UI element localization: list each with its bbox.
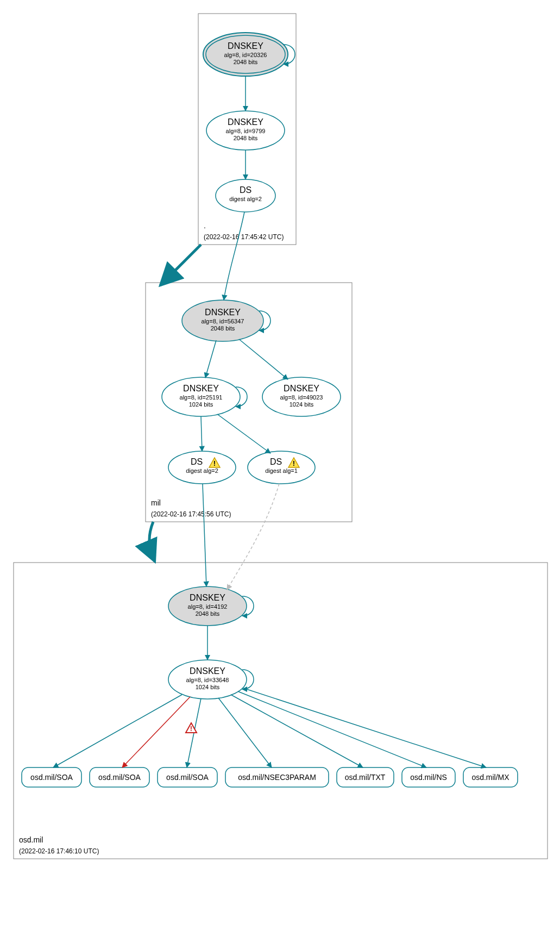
edge bbox=[217, 414, 270, 453]
zone-osd-timestamp: (2022-02-16 17:46:10 UTC) bbox=[19, 847, 99, 855]
node-sub1: alg=8, id=56347 bbox=[202, 318, 244, 324]
node-sub1: digest alg=1 bbox=[265, 467, 298, 474]
edge bbox=[203, 484, 206, 586]
record-label: osd.mil/SOA bbox=[166, 773, 209, 782]
record-label: osd.mil/NSEC3PARAM bbox=[238, 773, 316, 782]
edge-error bbox=[122, 697, 190, 767]
record-box[interactable]: osd.mil/SOA bbox=[22, 767, 81, 787]
node-sub1: digest alg=2 bbox=[229, 196, 262, 202]
edge-dashed bbox=[227, 484, 279, 590]
edge bbox=[243, 688, 486, 767]
edge bbox=[205, 340, 216, 378]
edge bbox=[218, 698, 272, 767]
edge bbox=[53, 695, 182, 767]
zone-osd bbox=[14, 563, 548, 859]
node-title: DNSKEY bbox=[183, 384, 219, 393]
node-dnskey-mil-56347[interactable]: DNSKEY alg=8, id=56347 2048 bits bbox=[182, 300, 263, 341]
node-title: DNSKEY bbox=[190, 593, 225, 602]
node-dnskey-mil-49023[interactable]: DNSKEY alg=8, id=49023 1024 bits bbox=[262, 377, 341, 416]
node-sub2: 2048 bits bbox=[196, 610, 220, 617]
node-sub1: alg=8, id=4192 bbox=[188, 603, 228, 610]
edge-delegation-root-mil bbox=[160, 245, 201, 285]
zone-root-timestamp: (2022-02-16 17:45:42 UTC) bbox=[204, 233, 284, 241]
dnssec-graph: . (2022-02-16 17:45:42 UTC) mil (2022-02… bbox=[11, 11, 549, 919]
node-title: DNSKEY bbox=[228, 41, 263, 51]
edge-ds-root-dnskey-mil bbox=[224, 212, 244, 300]
record-box[interactable]: osd.mil/SOA bbox=[90, 767, 149, 787]
svg-text:!: ! bbox=[213, 459, 216, 467]
node-sub1: alg=8, id=20326 bbox=[224, 52, 267, 58]
record-label: osd.mil/TXT bbox=[345, 773, 386, 782]
node-sub1: alg=8, id=25191 bbox=[180, 394, 223, 401]
node-dnskey-root-9799[interactable]: DNSKEY alg=8, id=9799 2048 bits bbox=[206, 111, 285, 150]
svg-text:!: ! bbox=[293, 459, 295, 467]
zone-root-label: . bbox=[204, 221, 206, 230]
record-label: osd.mil/SOA bbox=[98, 773, 141, 782]
node-sub2: 2048 bits bbox=[234, 135, 258, 141]
edge bbox=[201, 416, 202, 451]
record-box[interactable]: osd.mil/NSEC3PARAM bbox=[225, 767, 329, 787]
node-dnskey-osd-33648[interactable]: DNSKEY alg=8, id=33648 1024 bits bbox=[168, 660, 247, 699]
edge-delegation-mil-osd bbox=[149, 522, 155, 561]
node-title: DNSKEY bbox=[284, 384, 319, 393]
node-sub2: 2048 bits bbox=[211, 325, 235, 332]
zone-osd-label: osd.mil bbox=[19, 835, 43, 844]
node-ds-root[interactable]: DS digest alg=2 bbox=[216, 179, 275, 212]
record-box[interactable]: osd.mil/NS bbox=[402, 767, 455, 787]
node-sub1: digest alg=2 bbox=[186, 467, 218, 474]
node-sub2: 1024 bits bbox=[196, 684, 220, 690]
zone-mil-timestamp: (2022-02-16 17:45:56 UTC) bbox=[151, 510, 231, 518]
node-sub1: alg=8, id=49023 bbox=[280, 394, 323, 401]
node-dnskey-mil-25191[interactable]: DNSKEY alg=8, id=25191 1024 bits bbox=[162, 377, 240, 416]
record-label: osd.mil/NS bbox=[410, 773, 447, 782]
node-sub2: 2048 bits bbox=[234, 59, 258, 65]
node-title: DNSKEY bbox=[205, 308, 241, 317]
node-sub2: 1024 bits bbox=[290, 401, 314, 408]
node-sub2: 1024 bits bbox=[189, 401, 213, 408]
node-sub1: alg=8, id=33648 bbox=[186, 677, 229, 683]
record-label: osd.mil/MX bbox=[471, 773, 509, 782]
node-title: DNSKEY bbox=[228, 117, 263, 127]
node-title: DNSKEY bbox=[190, 666, 225, 676]
edge bbox=[239, 339, 288, 379]
record-box[interactable]: osd.mil/MX bbox=[463, 767, 518, 787]
node-title: DS bbox=[240, 185, 251, 195]
node-sub1: alg=8, id=9799 bbox=[226, 128, 266, 134]
edge bbox=[238, 691, 426, 767]
record-box[interactable]: osd.mil/SOA bbox=[158, 767, 217, 787]
node-ds-mil-1[interactable]: DS digest alg=1 ! bbox=[248, 451, 315, 484]
node-dnskey-root-20326[interactable]: DNSKEY alg=8, id=20326 2048 bits bbox=[203, 33, 288, 76]
node-ds-mil-2[interactable]: DS digest alg=2 ! bbox=[168, 451, 236, 484]
svg-text:!: ! bbox=[190, 725, 192, 733]
node-title: DS bbox=[270, 457, 282, 466]
node-title: DS bbox=[191, 457, 203, 466]
node-dnskey-osd-4192[interactable]: DNSKEY alg=8, id=4192 2048 bits bbox=[168, 586, 247, 626]
zone-mil-label: mil bbox=[151, 498, 161, 507]
record-label: osd.mil/SOA bbox=[30, 773, 73, 782]
record-box[interactable]: osd.mil/TXT bbox=[337, 767, 394, 787]
